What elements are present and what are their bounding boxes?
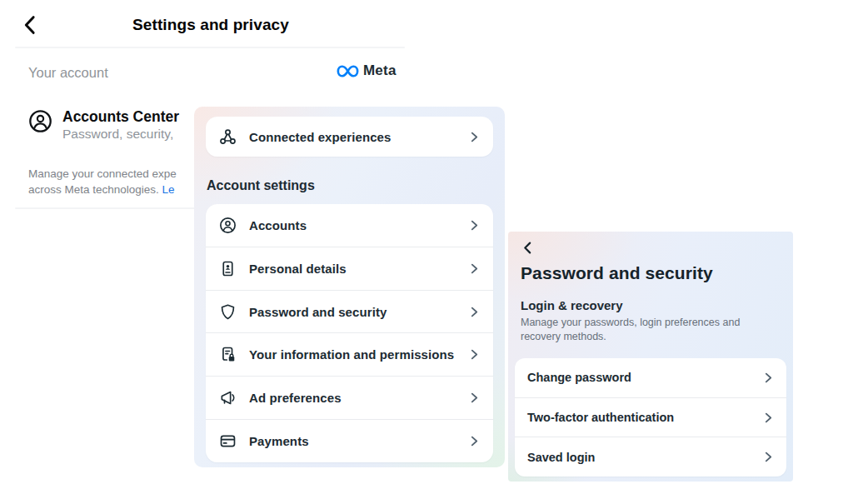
shield-icon xyxy=(219,303,237,321)
accounts-center-description: Manage your connected expe across Meta t… xyxy=(28,167,177,197)
login-recovery-list: Change password Two-factor authenticatio… xyxy=(515,358,786,477)
settings-and-privacy-screen: Settings and privacy Your account Meta A… xyxy=(0,0,853,504)
menu-item-label: Connected experiences xyxy=(249,130,392,144)
person-circle-icon xyxy=(28,109,52,133)
chevron-right-icon xyxy=(763,452,774,462)
menu-item-saved-login[interactable]: Saved login xyxy=(515,437,786,477)
login-recovery-description: Manage your passwords, login preferences… xyxy=(521,316,781,343)
chevron-right-icon xyxy=(469,132,480,142)
credit-card-icon xyxy=(219,432,237,450)
megaphone-icon xyxy=(219,389,237,407)
account-settings-list: Accounts Personal details xyxy=(206,204,493,462)
menu-item-password-and-security[interactable]: Password and security xyxy=(206,291,493,334)
chevron-right-icon xyxy=(469,349,480,360)
menu-item-personal-details[interactable]: Personal details xyxy=(206,247,493,291)
menu-item-change-password[interactable]: Change password xyxy=(515,358,786,398)
share-nodes-icon xyxy=(219,128,237,146)
accounts-center-subtitle: Password, security, xyxy=(62,127,173,142)
menu-item-your-information-and-permissions[interactable]: Your information and permissions xyxy=(206,333,493,377)
chevron-right-icon xyxy=(469,220,480,231)
menu-item-payments[interactable]: Payments xyxy=(206,420,493,462)
menu-item-accounts[interactable]: Accounts xyxy=(206,204,493,247)
back-icon[interactable] xyxy=(521,241,535,255)
meta-infinity-icon xyxy=(337,64,359,78)
learn-more-link[interactable]: Le xyxy=(162,183,175,196)
header-divider xyxy=(15,47,405,48)
login-recovery-heading: Login & recovery xyxy=(521,298,623,312)
panel-title: Password and security xyxy=(521,263,713,283)
chevron-right-icon xyxy=(469,307,480,317)
chevron-right-icon xyxy=(763,412,774,423)
document-lock-icon xyxy=(219,346,237,363)
password-and-security-panel: Password and security Login & recovery M… xyxy=(508,232,793,482)
menu-item-connected-experiences[interactable]: Connected experiences xyxy=(206,117,493,157)
accounts-center-title[interactable]: Accounts Center xyxy=(62,108,179,126)
menu-item-two-factor-authentication[interactable]: Two-factor authentication xyxy=(515,398,786,438)
meta-brand: Meta xyxy=(337,62,397,79)
section-label-your-account: Your account xyxy=(28,65,108,81)
chevron-right-icon xyxy=(469,392,480,403)
meta-wordmark: Meta xyxy=(363,62,397,79)
page-title: Settings and privacy xyxy=(0,16,422,34)
id-card-icon xyxy=(219,260,237,277)
chevron-right-icon xyxy=(469,263,480,274)
account-settings-heading: Account settings xyxy=(207,178,493,193)
accounts-center-panel: Connected experiences Account settings A… xyxy=(194,107,505,467)
menu-item-ad-preferences[interactable]: Ad preferences xyxy=(206,377,493,420)
person-circle-icon xyxy=(219,217,237,234)
chevron-right-icon xyxy=(469,436,480,447)
chevron-right-icon xyxy=(763,372,774,383)
